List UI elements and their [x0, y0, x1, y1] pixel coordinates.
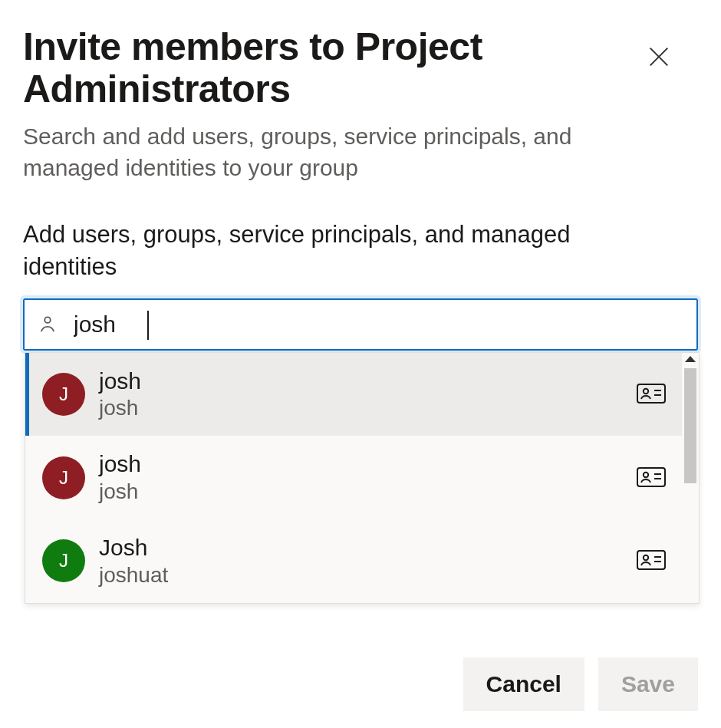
picker-dropdown: J josh josh J j	[25, 352, 700, 604]
text-caret	[147, 311, 149, 340]
svg-rect-3	[637, 384, 665, 403]
close-button[interactable]	[646, 41, 677, 72]
dialog-title: Invite members to Project Administrators	[23, 26, 575, 110]
dialog-footer: Cancel Save	[463, 657, 698, 711]
picker-result-identifier: joshuat	[99, 563, 622, 588]
people-picker: J josh josh J j	[23, 298, 698, 351]
picker-label: Add users, groups, service principals, a…	[23, 219, 652, 283]
close-icon	[646, 44, 672, 70]
svg-rect-7	[637, 468, 665, 486]
picker-result-name: josh	[99, 368, 622, 395]
picker-result-text: Josh joshuat	[99, 535, 622, 588]
avatar: J	[42, 456, 85, 499]
picker-result-identifier: josh	[99, 396, 622, 420]
contact-card-icon	[636, 466, 667, 489]
cancel-button[interactable]: Cancel	[463, 657, 584, 711]
picker-result-text: josh josh	[99, 368, 622, 421]
picker-result[interactable]: J josh josh	[25, 353, 682, 436]
scrollbar-thumb[interactable]	[684, 368, 696, 483]
picker-result-text: josh josh	[99, 451, 622, 504]
dialog-subtitle: Search and add users, groups, service pr…	[23, 121, 652, 183]
picker-result-name: Josh	[99, 535, 622, 562]
svg-point-12	[644, 555, 648, 560]
invite-members-dialog: Invite members to Project Administrators…	[0, 0, 721, 728]
dropdown-scrollbar[interactable]	[682, 353, 699, 603]
people-picker-input[interactable]	[23, 298, 698, 351]
svg-point-4	[644, 389, 648, 394]
contact-card-icon	[636, 549, 667, 572]
save-button[interactable]: Save	[598, 657, 698, 711]
svg-rect-11	[637, 551, 665, 569]
picker-result[interactable]: J josh josh	[25, 436, 682, 519]
picker-result-identifier: josh	[99, 479, 622, 504]
avatar: J	[42, 539, 85, 582]
svg-point-8	[644, 473, 648, 477]
avatar: J	[42, 373, 85, 416]
contact-card-icon	[636, 383, 667, 406]
picker-result[interactable]: J Josh joshuat	[25, 519, 682, 603]
picker-result-name: josh	[99, 451, 622, 478]
